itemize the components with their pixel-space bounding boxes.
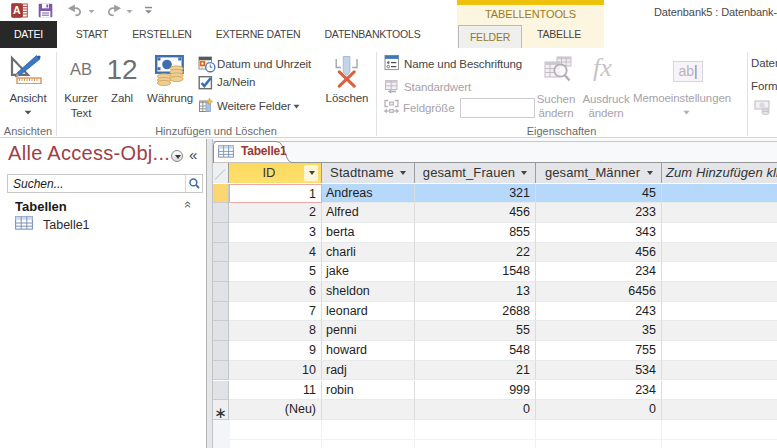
- svg-text:A: A: [13, 4, 21, 16]
